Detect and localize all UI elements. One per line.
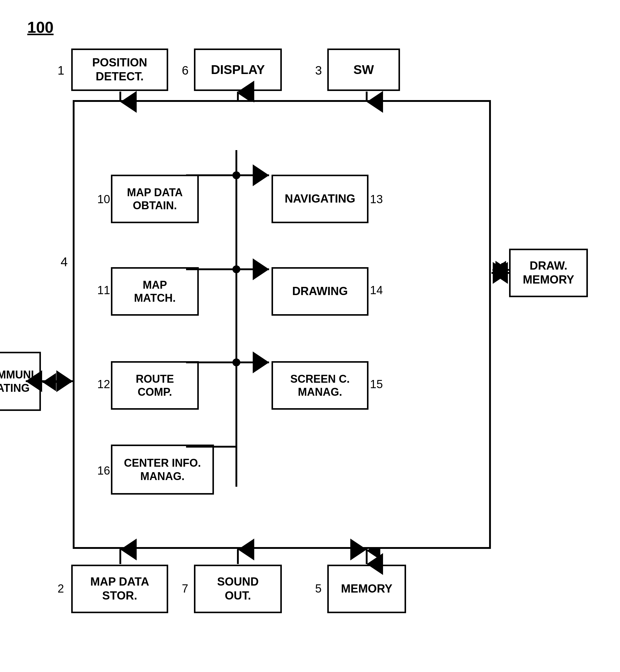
display-block: DISPLAY: [194, 49, 282, 91]
communicating-block: COMMUNI-CATING: [0, 352, 41, 411]
system-label: 100: [27, 18, 54, 36]
position-detect-number: 1: [58, 64, 64, 77]
map-match-block: MAPMATCH.: [111, 267, 199, 316]
map-match-number: 11: [97, 284, 110, 297]
screen-c-manag-block: SCREEN C.MANAG.: [271, 361, 368, 410]
memory-number: 5: [315, 582, 321, 595]
position-detect-block: POSITION DETECT.: [71, 49, 168, 91]
sound-out-block: SOUNDOUT.: [194, 565, 282, 613]
route-comp-block: ROUTECOMP.: [111, 361, 199, 410]
navigating-block: NAVIGATING: [271, 175, 368, 223]
map-data-obtain-block: MAP DATAOBTAIN.: [111, 175, 199, 223]
draw-memory-block: DRAW.MEMORY: [509, 249, 588, 297]
drawing-block: DRAWING: [271, 267, 368, 316]
main-box-number: 4: [61, 255, 67, 269]
drawing-number: 14: [370, 284, 383, 297]
map-data-stor-block: MAP DATASTOR.: [71, 565, 168, 613]
sound-out-number: 7: [182, 582, 188, 595]
screen-c-manag-number: 15: [370, 378, 383, 391]
center-info-manag-number: 16: [97, 464, 110, 477]
memory-block: MEMORY: [327, 565, 406, 613]
navigating-number: 13: [370, 193, 383, 206]
sw-block: SW: [327, 49, 400, 91]
sw-number: 3: [315, 64, 322, 77]
route-comp-number: 12: [97, 378, 110, 391]
display-number: 6: [182, 64, 189, 77]
diagram-container: 100: [24, 18, 594, 655]
map-data-stor-number: 2: [58, 582, 64, 595]
draw-memory-number: 8: [500, 261, 506, 274]
main-box: MAP DATAOBTAIN. 10 NAVIGATING 13 MAPMATC…: [73, 100, 491, 549]
center-info-manag-block: CENTER INFO.MANAG.: [111, 444, 214, 494]
map-data-obtain-number: 10: [97, 193, 110, 206]
